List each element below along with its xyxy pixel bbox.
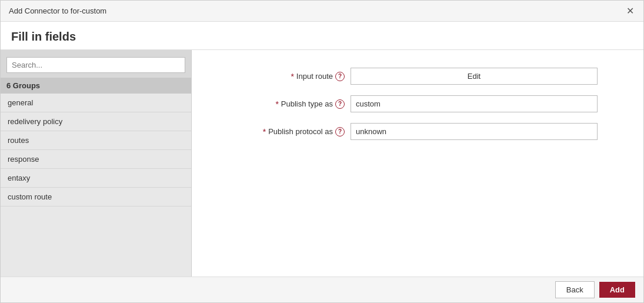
sidebar: 6 Groups general redelivery policy route… <box>1 50 192 277</box>
sidebar-item-routes[interactable]: routes <box>1 131 191 150</box>
publish-protocol-input[interactable] <box>351 123 598 140</box>
dialog-body: 6 Groups general redelivery policy route… <box>1 50 643 277</box>
publish-protocol-info-icon[interactable]: ? <box>335 127 345 136</box>
dialog-title: Add Connector to for-custom <box>9 6 106 15</box>
sidebar-item-custom-route[interactable]: custom route <box>1 188 191 207</box>
input-route-info-icon[interactable]: ? <box>335 72 345 81</box>
required-star-publish-type: * <box>275 99 278 109</box>
dialog-header: Add Connector to for-custom ✕ <box>1 1 643 22</box>
publish-type-label: * Publish type as ? <box>215 99 345 109</box>
section-title: Fill in fields <box>1 22 643 50</box>
sidebar-item-entaxy[interactable]: entaxy <box>1 169 191 188</box>
close-icon: ✕ <box>626 6 634 16</box>
close-button[interactable]: ✕ <box>625 6 635 16</box>
sidebar-filler <box>1 207 191 277</box>
publish-protocol-row: * Publish protocol as ? <box>215 123 620 140</box>
input-route-control: Edit <box>351 68 598 85</box>
input-route-row: * Input route ? Edit <box>215 68 620 85</box>
sidebar-item-general[interactable]: general <box>1 94 191 112</box>
sidebar-item-response[interactable]: response <box>1 150 191 169</box>
publish-type-input[interactable] <box>351 95 598 112</box>
dialog: Add Connector to for-custom ✕ Fill in fi… <box>0 0 644 303</box>
input-route-label: * Input route ? <box>215 72 345 81</box>
publish-type-control <box>351 95 598 112</box>
dialog-footer: Back Add <box>1 277 643 302</box>
add-button[interactable]: Add <box>599 282 635 298</box>
nav-list: general redelivery policy routes respons… <box>1 94 191 207</box>
back-button[interactable]: Back <box>555 281 595 298</box>
search-input[interactable] <box>6 57 185 73</box>
search-container <box>1 50 191 78</box>
required-star-publish-protocol: * <box>263 127 266 136</box>
required-star-input-route: * <box>291 72 293 81</box>
publish-type-label-text: Publish type as <box>281 99 333 108</box>
input-route-label-text: Input route <box>296 72 333 81</box>
edit-button[interactable]: Edit <box>351 68 598 85</box>
publish-type-info-icon[interactable]: ? <box>335 99 345 109</box>
publish-protocol-label: * Publish protocol as ? <box>215 127 345 136</box>
groups-header: 6 Groups <box>1 78 191 94</box>
sidebar-item-redelivery-policy[interactable]: redelivery policy <box>1 112 191 131</box>
publish-type-row: * Publish type as ? <box>215 95 620 112</box>
main-content: * Input route ? Edit * Publish type as ? <box>192 50 643 277</box>
publish-protocol-label-text: Publish protocol as <box>268 127 333 136</box>
publish-protocol-control <box>351 123 598 140</box>
